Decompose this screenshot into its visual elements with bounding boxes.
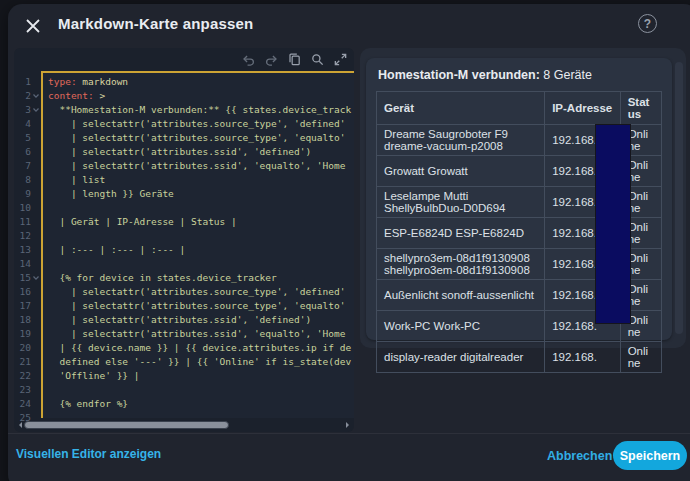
code-line[interactable]: | :--- | :--- | :--- | [48, 243, 354, 257]
device-name-cell: Außenlicht sonoff-aussenlicht [377, 280, 545, 311]
scroll-left-arrow-icon[interactable] [16, 422, 22, 428]
code-line[interactable]: | selectattr('attributes.ssid', 'equalto… [48, 159, 354, 173]
code-line[interactable]: 'Offline' }} | [48, 369, 354, 383]
device-name-cell: Growatt Growatt [377, 156, 545, 187]
line-number: 24 [20, 397, 31, 411]
yaml-code-editor[interactable]: 1234567891011121314151617181920212223242… [14, 48, 354, 432]
gutter-line: 24 [14, 397, 41, 411]
fullscreen-icon[interactable] [333, 51, 350, 68]
gutter-line: 15 [14, 271, 41, 285]
copy-icon[interactable] [287, 51, 304, 68]
line-number: 22 [20, 369, 31, 383]
line-number: 11 [20, 215, 31, 229]
code-line[interactable]: type: markdown [48, 75, 354, 89]
code-line[interactable]: **Homestation-M verbunden:** {{ states.d… [48, 103, 354, 117]
ip-redaction-overlay [595, 124, 631, 324]
code-line[interactable]: | selectattr('attributes.ssid', 'defined… [48, 145, 354, 159]
table-header: Gerät [377, 92, 545, 125]
preview-scrollbar[interactable] [675, 62, 683, 334]
code-line[interactable]: defined else '---' }} | {{ 'Online' if i… [48, 355, 354, 369]
device-name-cell: Dreame Saugroboter F9 dreame-vacuum-p200… [377, 125, 545, 156]
line-number: 20 [20, 341, 31, 355]
gutter-line: 17 [14, 299, 41, 313]
editor-gutter: 1234567891011121314151617181920212223242… [14, 71, 41, 418]
gutter-line: 14 [14, 257, 41, 271]
code-line[interactable]: {% for device in states.device_tracker [48, 271, 354, 285]
code-line[interactable]: {% endfor %} [48, 397, 354, 411]
code-line[interactable]: | Gerät | IP-Adresse | Status | [48, 215, 354, 229]
device-name-cell: ESP-E6824D ESP-E6824D [377, 218, 545, 249]
save-button[interactable]: Speichern [613, 441, 687, 470]
line-number: 18 [20, 313, 31, 327]
gutter-line: 12 [14, 229, 41, 243]
code-line[interactable]: | selectattr('attributes.ssid', 'defined… [48, 313, 354, 327]
device-name-cell: Leselampe Mutti ShellyBulbDuo-D0D694 [377, 187, 545, 218]
gutter-line: 1 [14, 75, 41, 89]
help-glyph: ? [644, 17, 651, 31]
line-number: 21 [20, 355, 31, 369]
gutter-line: 4 [14, 117, 41, 131]
code-line[interactable] [48, 411, 354, 418]
table-header: IP-Adresse [545, 92, 621, 125]
code-line[interactable]: | selectattr('attributes.ssid', 'equalto… [48, 327, 354, 341]
gutter-line: 11 [14, 215, 41, 229]
edit-markdown-card-dialog: Markdown-Karte anpassen ? [8, 4, 690, 481]
undo-icon[interactable] [241, 51, 258, 68]
table-header: Status [620, 92, 661, 125]
gutter-line: 22 [14, 369, 41, 383]
line-number: 19 [20, 327, 31, 341]
code-line[interactable]: | length }} Geräte [48, 187, 354, 201]
dialog-header: Markdown-Karte anpassen ? [8, 4, 690, 46]
scrollbar-thumb[interactable] [24, 421, 229, 429]
help-icon[interactable]: ? [638, 14, 657, 33]
code-line[interactable]: | selectattr('attributes.source_type', '… [48, 285, 354, 299]
chevron-down-icon[interactable] [31, 92, 40, 100]
chevron-down-icon[interactable] [31, 274, 40, 282]
device-row: display-reader digitalreader192.168.Onli… [377, 342, 662, 373]
redo-icon[interactable] [264, 51, 281, 68]
device-name-cell: display-reader digitalreader [377, 342, 545, 373]
code-line[interactable]: content: > [48, 89, 354, 103]
preview-heading: Homestation-M verbunden: 8 Geräte [378, 68, 662, 82]
code-line[interactable] [48, 383, 354, 397]
scrollbar-track[interactable] [24, 421, 344, 429]
code-line[interactable]: | selectattr('attributes.source_type', '… [48, 117, 354, 131]
card-preview-panel: Homestation-M verbunden: 8 Geräte GerätI… [360, 48, 686, 348]
search-icon[interactable] [310, 51, 327, 68]
dialog-title: Markdown-Karte anpassen [58, 15, 253, 32]
gutter-line: 9 [14, 187, 41, 201]
editor-toolbar [241, 48, 350, 71]
code-area[interactable]: 1234567891011121314151617181920212223242… [14, 71, 354, 418]
gutter-line: 5 [14, 131, 41, 145]
code-line[interactable] [48, 229, 354, 243]
editor-lines[interactable]: type: markdowncontent: > **Homestation-M… [41, 71, 354, 418]
gutter-line: 21 [14, 355, 41, 369]
code-line[interactable] [48, 257, 354, 271]
screen: { "dialog": { "title": "Markdown-Karte a… [0, 0, 690, 481]
code-line[interactable]: | selectattr('attributes.source_type', '… [48, 131, 354, 145]
chevron-down-icon[interactable] [31, 106, 40, 114]
line-number: 16 [20, 285, 31, 299]
gutter-line: 2 [14, 89, 41, 103]
code-line[interactable]: | list [48, 173, 354, 187]
code-line[interactable] [48, 201, 354, 215]
line-number: 17 [20, 299, 31, 313]
line-number: 23 [20, 383, 31, 397]
gutter-line: 6 [14, 145, 41, 159]
line-number: 15 [20, 271, 31, 285]
gutter-line: 20 [14, 341, 41, 355]
close-icon[interactable] [22, 15, 44, 37]
gutter-line: 18 [14, 313, 41, 327]
gutter-line: 13 [14, 243, 41, 257]
gutter-line: 8 [14, 173, 41, 187]
code-line[interactable]: | {{ device.name }} | {{ device.attribut… [48, 341, 354, 355]
cancel-button[interactable]: Abbrechen [541, 448, 618, 464]
table-header-row: GerätIP-AdresseStatus [377, 92, 662, 125]
preview-heading-bold: Homestation-M verbunden: [378, 68, 540, 82]
scroll-right-arrow-icon[interactable] [346, 422, 352, 428]
line-number: 14 [20, 257, 31, 271]
code-line[interactable]: | selectattr('attributes.source_type', '… [48, 299, 354, 313]
gutter-line: 23 [14, 383, 41, 397]
show-visual-editor-link[interactable]: Visuellen Editor anzeigen [16, 447, 161, 461]
editor-horizontal-scrollbar[interactable] [16, 420, 352, 430]
